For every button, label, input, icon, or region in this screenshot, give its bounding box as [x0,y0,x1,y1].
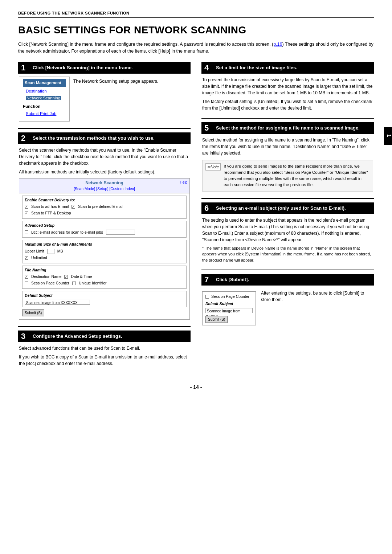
ns-row-submit: Submit (S) [22,309,187,316]
divider-2-3 [18,326,191,327]
step-1-content: Scan Management Destination Network Scan… [18,77,191,122]
ns-input-subject-value: Scanned image from XXXXXXX [25,300,79,305]
step-6-block: 6 Selecting an e-mail subject (only used… [201,202,374,263]
ns-section-subject-title: Default Subject [25,293,184,299]
ns-label-bcc: Bcc: e-mail address for scan to e-mail j… [31,230,103,235]
step-2-number: 2 [21,134,29,142]
ns-body: Enable Scanner Delivery to: Scan to ad-h… [19,193,189,319]
step-4-block: 4 Set a limit for the size of image file… [201,62,374,111]
step-3-para1: Select advanced functions that can be us… [19,345,190,352]
step-7-note-text: After entering the settings, be sure to … [261,291,364,302]
ns-input-bcc[interactable] [106,230,135,235]
page-number: - 14 - [18,384,374,390]
ns-row-destname: Destination Name Date & Time [25,274,184,280]
ns-checkbox-uniqueid[interactable] [72,282,76,285]
submit-ui-box: Session Page Counter Default Subject Sca… [202,291,256,325]
ns-row-sessionpage: Session Page Counter Unique Identifier [25,280,184,286]
intro-text: Click [Network Scanning] in the menu fra… [18,41,374,55]
step-2-para2: All transmission methods are initially s… [19,169,190,175]
ns-title: Network Scanning [20,180,188,186]
divider-4-5 [201,118,374,119]
menu-item-submit-print: Submit Print Job [26,111,66,117]
ns-section-maxsize: Maximum Size of E-mail Attachments Upper… [22,240,187,263]
ns-checkbox-ftp[interactable] [25,212,28,215]
step-1-number: 1 [21,64,29,72]
col-right: 4 Set a limit for the size of image file… [201,62,374,373]
ns-label-upperlimit: Upper Limit [25,249,44,254]
step-1-block: 1 Click [Network Scanning] in the menu f… [18,62,191,122]
ns-section-advanced-title: Advanced Setup [25,223,184,229]
ns-checkbox-adhoc[interactable] [25,205,28,209]
step-7-note: After entering the settings, be sure to … [261,288,373,303]
ns-section-advanced: Advanced Setup Bcc: e-mail address for s… [22,221,187,238]
step-2-title: Select the transmission methods that you… [33,134,155,141]
header-top-text: BEFORE USING THE NETWORK SCANNER FUNCTIO… [18,11,130,15]
step-1-note: The Network Scanning setup page appears. [73,77,158,122]
ns-row-upperlimit: Upper Limit MB [25,249,184,254]
divider-6-7 [201,270,374,270]
menu-items-list: Destination Network Scanning [23,88,66,102]
submit-input-subject[interactable]: Scanned image from XXXXX [205,308,253,313]
page-wrapper: BEFORE USING THE NETWORK SCANNER FUNCTIO… [0,0,392,554]
step-3-block: 3 Configure the Advanced Setup settings.… [18,331,191,367]
ns-checkbox-datetime[interactable] [64,275,68,279]
ns-nav: [Scan Mode] [Setup] [Custom Index] [20,186,188,192]
step-3-header: 3 Configure the Advanced Setup settings. [18,331,191,342]
ns-row-bcc: Bcc: e-mail address for scan to e-mail j… [25,230,184,235]
step-4-header: 4 Set a limit for the size of image file… [201,62,374,74]
ns-section-subject: Default Subject Scanned image from XXXXX… [22,291,187,307]
step-5-note-box: ✏Note If you are going to send images to… [202,160,373,192]
menu-item-submit-print-link[interactable]: Submit Print Job [26,111,56,116]
col-left: 1 Click [Network Scanning] in the menu f… [18,62,191,373]
menu-item-destination-link[interactable]: Destination [26,89,47,93]
ns-row-unlimited: Unlimited [25,255,184,261]
step-5-note-text: If you are going to send images to the s… [224,163,370,188]
step-5-title: Select the method for assigning a file n… [216,124,360,131]
ns-checkbox-sessionpage[interactable] [25,282,28,285]
step-3-para2: If you wish to BCC a copy of a Scan to E… [19,354,190,367]
submit-checkbox-session[interactable] [205,295,209,299]
scan-menu-box: Scan Management Destination Network Scan… [19,77,70,122]
ns-checkbox-unlimited[interactable] [25,256,28,260]
step-1-header: 1 Click [Network Scanning] in the menu f… [18,62,191,74]
menu-item-network-scanning-link[interactable]: Network Scanning [26,96,61,100]
ns-help-link[interactable]: Help [180,180,187,185]
ns-checkbox-destname[interactable] [25,275,28,279]
ns-input-upperlimit[interactable] [47,249,54,254]
step-7-header: 7 Click [Submit]. [201,274,374,286]
note-icon: ✏Note [205,163,221,171]
step-1-note-text: The Network Scanning setup page appears. [73,79,158,84]
submit-section-title: Default Subject [205,301,253,307]
step-3-content: Select advanced functions that can be us… [18,345,191,367]
ns-label-predef: Scan to pre-defined E-mail [78,204,123,210]
page-title: BASIC SETTINGS FOR NETWORK SCANNING [18,24,374,36]
step-6-content: The setting is used to enter the subject… [201,217,374,263]
step-3-title: Configure the Advanced Setup settings. [33,332,122,340]
step-7-content: Session Page Counter Default Subject Sca… [201,288,374,325]
step-6-para1: The setting is used to enter the subject… [202,217,373,243]
ns-checkbox-predef[interactable] [72,205,75,209]
step-6-header: 6 Selecting an e-mail subject (only used… [201,202,374,214]
menu-section-title: Scan Management [23,79,66,87]
menu-item-network-scanning: Network Scanning [26,95,66,101]
two-col-layout: 1 Click [Network Scanning] in the menu f… [18,62,374,373]
step-6-number: 6 [204,204,212,212]
step-4-content: To prevent the transmission of excessive… [201,77,374,111]
intro-link[interactable]: p.16 [273,42,282,47]
ns-section-maxsize-title: Maximum Size of E-mail Attachments [25,242,184,247]
step-5-header: 5 Select the method for assigning a file… [201,122,374,134]
ns-section-filenaming-title: File Naming [25,267,184,273]
ns-header: Help Network Scanning [Scan Mode] [Setup… [19,178,189,193]
ns-label-datetime: Date & Time [71,274,92,280]
step-4-number: 4 [204,64,212,72]
submit-checkbox-session-label: Session Page Counter [211,294,249,300]
top-header: BEFORE USING THE NETWORK SCANNER FUNCTIO… [18,11,374,18]
step-4-para2: The factory default setting is [Unlimite… [202,98,373,111]
step-2-content: Select the scanner delivery methods that… [18,147,191,320]
ns-submit-btn[interactable]: Submit (S) [22,309,44,316]
ns-checkbox-bcc[interactable] [25,230,28,234]
submit-btn[interactable]: Submit (S) [205,316,228,323]
step-1-title: Click [Network Scanning] in the menu fra… [33,64,133,71]
step-5-block: 5 Select the method for assigning a file… [201,122,374,192]
ns-input-subject[interactable]: Scanned image from XXXXXXX [25,300,90,305]
